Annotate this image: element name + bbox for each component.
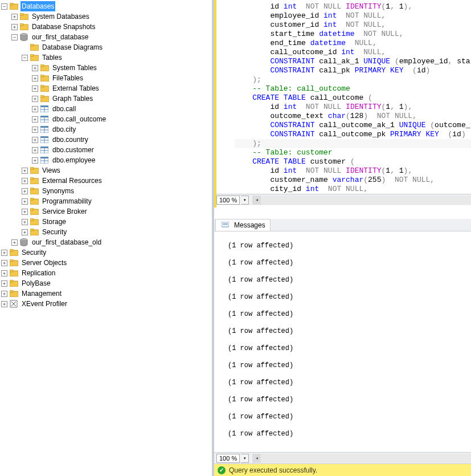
expand-icon[interactable]: +	[32, 147, 38, 153]
tree-node-dbo-city[interactable]: +dbo.city	[1, 124, 212, 135]
expand-icon[interactable]: +	[32, 86, 38, 92]
tree-node-service-broker[interactable]: +Service Broker	[1, 206, 212, 217]
tree-label: dbo.city	[51, 124, 77, 135]
tree-label: Server Objects	[21, 258, 68, 268]
expand-icon[interactable]: +	[1, 250, 7, 256]
expand-icon[interactable]: +	[32, 116, 38, 123]
expand-icon[interactable]: +	[11, 14, 18, 20]
expand-icon[interactable]: +	[1, 280, 7, 287]
tree-node-database-diagrams[interactable]: Database Diagrams	[1, 42, 212, 52]
tree-label: FileTables	[51, 73, 84, 83]
folder-icon	[9, 2, 18, 10]
expand-icon[interactable]: +	[1, 260, 7, 266]
expand-icon[interactable]: +	[1, 270, 7, 276]
tree-node-server-objects[interactable]: +Server Objects	[1, 258, 212, 268]
folder-icon	[9, 259, 18, 267]
tree-node-programmability[interactable]: +Programmability	[1, 196, 212, 206]
tree-node-graph-tables[interactable]: +Graph Tables	[1, 93, 212, 104]
folder-icon	[30, 177, 39, 185]
tree-node-our-first-database[interactable]: − our_first_database	[1, 32, 212, 42]
tree-node-storage[interactable]: +Storage	[1, 217, 212, 227]
tree-node-dbo-call[interactable]: +dbo.call	[1, 104, 212, 114]
tree-node-system-tables[interactable]: +System Tables	[1, 63, 212, 73]
svg-rect-1	[10, 3, 13, 5]
tree-label: dbo.call	[51, 104, 77, 114]
tree-label: External Resources	[41, 176, 103, 186]
tree-node-security[interactable]: +Security	[1, 247, 212, 258]
folder-icon	[30, 197, 39, 205]
expand-icon[interactable]: +	[1, 301, 7, 307]
svg-rect-14	[40, 75, 44, 77]
tree-node-management[interactable]: +Management	[1, 288, 212, 299]
tree-node-our-first-database-old[interactable]: + our_first_database_old	[1, 237, 212, 247]
expand-icon[interactable]: +	[22, 168, 28, 174]
table-icon	[40, 136, 49, 144]
tree-node-database-snapshots[interactable]: + Database Snapshots	[1, 22, 212, 32]
expand-icon[interactable]: +	[1, 291, 7, 297]
tree-node-synonyms[interactable]: +Synonyms	[1, 186, 212, 196]
svg-rect-59	[10, 249, 13, 251]
svg-rect-48	[30, 188, 34, 190]
tree-node-tables[interactable]: − Tables	[1, 52, 212, 63]
collapse-icon[interactable]: −	[22, 55, 28, 61]
expand-icon[interactable]: +	[22, 198, 28, 205]
expand-icon[interactable]: +	[22, 178, 28, 184]
tree-node-replication[interactable]: +Replication	[1, 268, 212, 278]
expand-icon[interactable]: +	[22, 219, 28, 225]
collapse-icon[interactable]: −	[1, 3, 7, 10]
expand-icon[interactable]: +	[22, 188, 28, 194]
tree-label: Database Snapshots	[31, 22, 96, 32]
horizontal-scrollbar[interactable]: ◂	[252, 196, 471, 205]
expand-icon[interactable]: +	[32, 137, 38, 143]
expand-icon[interactable]: +	[22, 229, 28, 235]
scroll-left-button[interactable]: ◂	[252, 196, 261, 205]
folder-icon	[9, 290, 18, 298]
expand-icon[interactable]: +	[11, 239, 18, 246]
table-icon	[40, 105, 49, 113]
tree-node-system-databases[interactable]: + System Databases	[1, 11, 212, 22]
tree-label: XEvent Profiler	[21, 299, 68, 309]
expand-icon[interactable]: +	[32, 65, 38, 71]
svg-rect-67	[10, 290, 13, 292]
tree-node-security-db[interactable]: +Security	[1, 227, 212, 237]
zoom-dropdown-button[interactable]: ▾	[241, 196, 249, 205]
zoom-level-messages[interactable]: 100 %	[216, 454, 240, 463]
tab-label: Messages	[234, 221, 265, 229]
tree-node-dbo-employee[interactable]: +dbo.employee	[1, 155, 212, 165]
tree-label: Graph Tables	[51, 93, 94, 104]
svg-rect-5	[20, 23, 23, 26]
folder-icon	[30, 166, 39, 174]
tree-node-external-tables[interactable]: +External Tables	[1, 83, 212, 93]
folder-icon	[30, 218, 39, 226]
tree-node-dbo-call-outcome[interactable]: +dbo.call_outcome	[1, 114, 212, 124]
tree-node-dbo-customer[interactable]: +dbo.customer	[1, 145, 212, 155]
tree-node-polybase[interactable]: +PolyBase	[1, 278, 212, 288]
tree-label: PolyBase	[21, 278, 52, 288]
sql-editor[interactable]: id int NOT NULL IDENTITY(1, 1), employee…	[214, 0, 471, 219]
object-explorer-pane[interactable]: − Databases + System Databases + Databas…	[0, 0, 214, 476]
collapse-icon[interactable]: −	[11, 34, 18, 40]
expand-icon[interactable]: +	[32, 96, 38, 102]
expand-icon[interactable]: +	[32, 127, 38, 133]
expand-icon[interactable]: +	[32, 75, 38, 82]
expand-icon[interactable]: +	[32, 157, 38, 164]
tree-node-external-resources[interactable]: +External Resources	[1, 176, 212, 186]
expand-icon[interactable]: +	[32, 106, 38, 112]
messages-output[interactable]: (1 row affected)(1 row affected)(1 row a…	[214, 231, 471, 452]
tree-label: Management	[21, 288, 63, 299]
tree-node-databases[interactable]: − Databases	[1, 1, 212, 11]
zoom-dropdown-button[interactable]: ▾	[241, 454, 249, 463]
tree-node-dbo-country[interactable]: +dbo.country	[1, 135, 212, 145]
tree-node-xevent-profiler[interactable]: +XEvent Profiler	[1, 299, 212, 309]
tree-node-file-tables[interactable]: +FileTables	[1, 73, 212, 83]
zoom-level[interactable]: 100 %	[216, 196, 240, 205]
tree-label: External Tables	[51, 83, 100, 93]
tab-messages[interactable]: Messages	[215, 219, 271, 231]
scroll-left-button[interactable]: ◂	[252, 454, 261, 463]
status-bar: ✓ Query executed successfully.	[214, 463, 471, 476]
tree-node-views[interactable]: +Views	[1, 165, 212, 176]
expand-icon[interactable]: +	[11, 24, 18, 30]
change-margin	[214, 0, 216, 208]
horizontal-scrollbar[interactable]: ◂	[252, 454, 471, 463]
expand-icon[interactable]: +	[22, 209, 28, 215]
